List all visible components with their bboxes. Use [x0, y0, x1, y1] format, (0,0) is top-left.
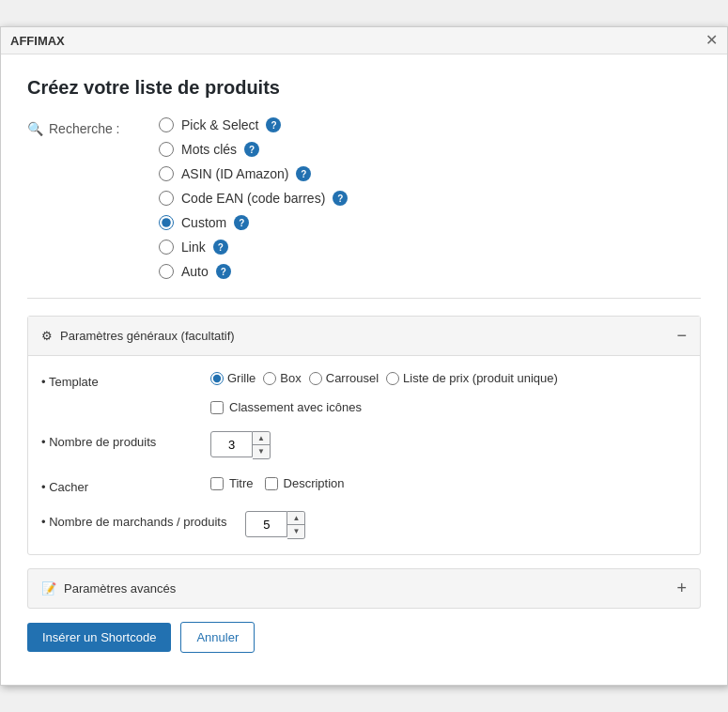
radio-code-ean[interactable]: Code EAN (code barres) ?: [159, 191, 348, 206]
help-mots-cles-icon[interactable]: ?: [244, 142, 259, 157]
nb-marchands-field-row: Nombre de marchands / produits ▲ ▼: [41, 511, 687, 539]
template-box-input[interactable]: [263, 372, 276, 385]
cacher-description-label: Description: [284, 476, 345, 490]
radio-mots-cles[interactable]: Mots clés ?: [159, 142, 348, 157]
radio-pick-select[interactable]: Pick & Select ?: [159, 117, 348, 132]
footer-actions: Insérer un Shortcode Annuler: [27, 622, 701, 662]
section-divider: [27, 298, 701, 299]
template-label: Template: [41, 371, 192, 389]
cacher-field-row: Cacher Titre Description: [41, 476, 687, 494]
cacher-description[interactable]: Description: [265, 476, 345, 490]
close-button[interactable]: ✕: [705, 33, 718, 48]
cacher-label: Cacher: [41, 476, 192, 494]
template-field-row: Template Grille Box: [41, 371, 687, 414]
radio-code-ean-input[interactable]: [159, 191, 174, 206]
general-params-header-left: ⚙ Paramètres généraux (facultatif): [41, 329, 235, 343]
radio-mots-cles-label: Mots clés: [181, 142, 237, 157]
template-grille[interactable]: Grille: [210, 371, 256, 385]
cancel-button[interactable]: Annuler: [180, 622, 255, 653]
nb-produits-decrement[interactable]: ▼: [253, 445, 270, 458]
cacher-content: Titre Description: [210, 476, 687, 490]
cacher-options: Titre Description: [210, 476, 345, 490]
pencil-icon: 📝: [41, 581, 56, 596]
template-content: Grille Box Carrousel: [210, 371, 687, 414]
cacher-titre-input[interactable]: [210, 477, 224, 490]
radio-auto[interactable]: Auto ?: [159, 264, 348, 279]
template-grille-label: Grille: [227, 371, 256, 385]
template-options: Grille Box Carrousel: [210, 371, 558, 385]
template-liste-prix[interactable]: Liste de prix (produit unique): [386, 371, 558, 385]
nb-marchands-increment[interactable]: ▲: [287, 512, 304, 525]
nb-marchands-spinner: ▲ ▼: [245, 511, 305, 539]
nb-marchands-spinner-btns: ▲ ▼: [287, 511, 305, 539]
search-type-radio-group: Pick & Select ? Mots clés ? ASIN (ID Ama…: [159, 117, 348, 279]
insert-shortcode-button[interactable]: Insérer un Shortcode: [27, 623, 171, 652]
radio-link-input[interactable]: [159, 240, 174, 255]
radio-link-label: Link: [181, 240, 206, 255]
help-pick-select-icon[interactable]: ?: [266, 117, 281, 132]
template-grille-input[interactable]: [210, 372, 224, 385]
nb-produits-increment[interactable]: ▲: [253, 432, 270, 445]
advanced-params-header[interactable]: 📝 Paramètres avancés +: [27, 568, 701, 609]
window-content: Créez votre liste de produits 🔍 Recherch…: [1, 54, 727, 685]
classement-row: Classement avec icônes: [210, 400, 687, 414]
radio-auto-input[interactable]: [159, 264, 174, 279]
radio-link[interactable]: Link ?: [159, 240, 348, 255]
radio-pick-select-input[interactable]: [159, 117, 174, 132]
advanced-params-title: Paramètres avancés: [64, 581, 176, 596]
nb-produits-field-row: Nombre de produits ▲ ▼: [41, 431, 687, 459]
radio-custom-label: Custom: [181, 215, 226, 230]
radio-custom-input[interactable]: [159, 215, 174, 230]
radio-asin-input[interactable]: [159, 166, 174, 181]
template-liste-prix-input[interactable]: [386, 372, 399, 385]
radio-auto-label: Auto: [181, 264, 209, 279]
nb-marchands-input[interactable]: [245, 511, 287, 537]
nb-produits-spinner: ▲ ▼: [210, 431, 271, 459]
title-bar: AFFIMAX ✕: [1, 27, 727, 54]
cacher-titre[interactable]: Titre: [210, 476, 254, 490]
advanced-params-header-left: 📝 Paramètres avancés: [41, 581, 176, 596]
radio-asin[interactable]: ASIN (ID Amazon) ?: [159, 166, 348, 181]
nb-produits-label: Nombre de produits: [41, 431, 192, 449]
template-carrousel-input[interactable]: [309, 372, 322, 385]
template-box-label: Box: [280, 371, 301, 385]
advanced-params-toggle[interactable]: +: [676, 579, 687, 598]
general-params-header[interactable]: ⚙ Paramètres généraux (facultatif) −: [28, 317, 700, 356]
general-params-toggle[interactable]: −: [676, 326, 687, 346]
radio-mots-cles-input[interactable]: [159, 142, 174, 157]
page-title: Créez votre liste de produits: [27, 77, 701, 99]
nb-marchands-decrement[interactable]: ▼: [287, 525, 304, 538]
main-window: AFFIMAX ✕ Créez votre liste de produits …: [0, 26, 728, 686]
radio-custom[interactable]: Custom ?: [159, 215, 348, 230]
search-label: 🔍 Recherche :: [27, 117, 131, 136]
radio-pick-select-label: Pick & Select: [181, 117, 258, 132]
nb-produits-content: ▲ ▼: [210, 431, 687, 459]
gear-icon: ⚙: [41, 329, 53, 343]
help-custom-icon[interactable]: ?: [234, 215, 249, 230]
cacher-titre-label: Titre: [229, 476, 254, 490]
template-box[interactable]: Box: [263, 371, 301, 385]
radio-asin-label: ASIN (ID Amazon): [181, 166, 288, 181]
classement-label: Classement avec icônes: [229, 400, 362, 414]
cacher-description-input[interactable]: [265, 477, 278, 490]
classement-input[interactable]: [210, 401, 224, 414]
search-label-text: Recherche :: [49, 121, 119, 136]
help-link-icon[interactable]: ?: [213, 240, 228, 255]
general-params-title: Paramètres généraux (facultatif): [60, 329, 235, 343]
nb-produits-spinner-btns: ▲ ▼: [253, 431, 271, 459]
help-auto-icon[interactable]: ?: [216, 264, 231, 279]
search-icon: 🔍: [27, 121, 43, 136]
template-liste-prix-label: Liste de prix (produit unique): [403, 371, 558, 385]
classement-checkbox[interactable]: Classement avec icônes: [210, 400, 687, 414]
template-carrousel[interactable]: Carrousel: [309, 371, 379, 385]
top-section: 🔍 Recherche : Pick & Select ? Mots clés …: [27, 117, 701, 279]
template-carrousel-label: Carrousel: [326, 371, 379, 385]
radio-code-ean-label: Code EAN (code barres): [181, 191, 325, 206]
general-params-panel: ⚙ Paramètres généraux (facultatif) − Tem…: [27, 316, 701, 555]
nb-marchands-content: ▲ ▼: [245, 511, 687, 539]
general-params-body: Template Grille Box: [28, 356, 700, 554]
help-code-ean-icon[interactable]: ?: [333, 191, 348, 206]
window-title: AFFIMAX: [10, 34, 65, 48]
help-asin-icon[interactable]: ?: [296, 166, 311, 181]
nb-produits-input[interactable]: [210, 431, 253, 457]
